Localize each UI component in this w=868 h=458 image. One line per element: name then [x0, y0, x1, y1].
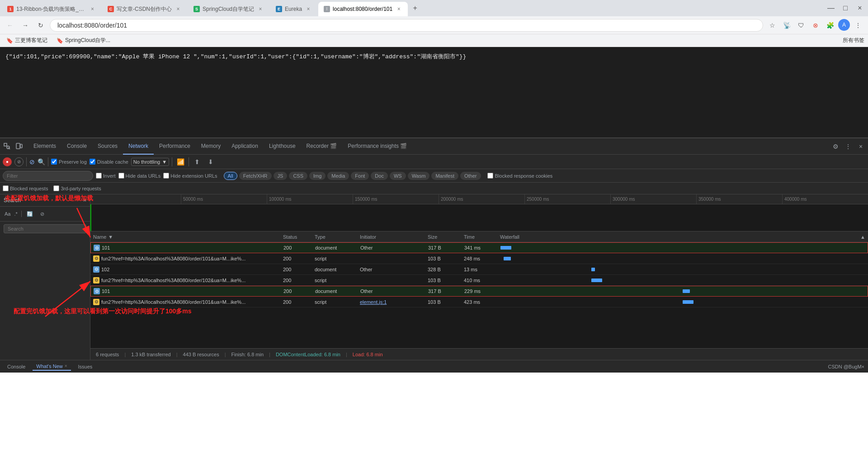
- blocked-response-cookies-checkbox[interactable]: Blocked response cookies: [487, 173, 553, 179]
- tab-3-close[interactable]: ×: [257, 5, 264, 13]
- devtools-device-icon[interactable]: [14, 141, 24, 152]
- filter-tag-doc[interactable]: Doc: [371, 172, 388, 180]
- search-close-icon[interactable]: ×: [83, 197, 86, 203]
- wifi-icon[interactable]: 📶: [175, 156, 186, 167]
- filter-tag-manifest[interactable]: Manifest: [431, 172, 458, 180]
- filter-tag-wasm[interactable]: Wasm: [408, 172, 430, 180]
- tab-5[interactable]: l localhost:8080/order/101 ×: [318, 2, 408, 16]
- devtools-tab-application[interactable]: Application: [226, 138, 264, 155]
- bottom-tab-console[interactable]: Console: [4, 363, 29, 370]
- regex-button[interactable]: .*: [13, 210, 18, 217]
- devtools-close-icon[interactable]: ×: [855, 141, 866, 152]
- url-bar[interactable]: [50, 19, 763, 32]
- tab-2-close[interactable]: ×: [175, 5, 182, 13]
- minimize-button[interactable]: —: [825, 2, 837, 14]
- bottom-tab-issues[interactable]: Issues: [75, 363, 96, 370]
- devtools-tab-console[interactable]: Console: [61, 138, 92, 155]
- filter-tag-all[interactable]: All: [224, 172, 237, 180]
- devtools-tab-performance[interactable]: Performance: [154, 138, 196, 155]
- tab-5-close[interactable]: ×: [395, 5, 402, 13]
- filter-icon[interactable]: ⊘: [29, 158, 35, 165]
- filter-tag-other[interactable]: Other: [460, 172, 481, 180]
- devtools-settings-icon[interactable]: ⚙: [830, 141, 841, 152]
- menu-button[interactable]: ⋮: [852, 19, 864, 32]
- hide-extension-urls-checkbox[interactable]: Hide extension URLs: [163, 173, 217, 179]
- timeline-mark-6: 300000 ms: [610, 194, 696, 204]
- back-button[interactable]: ←: [4, 19, 16, 32]
- tab-1[interactable]: 1 13-Ribbon-负载均衡策略_哔哩... ×: [2, 2, 101, 16]
- filter-input[interactable]: [3, 171, 93, 181]
- header-status[interactable]: Status: [283, 234, 315, 240]
- search-network-icon[interactable]: 🔍: [38, 158, 45, 165]
- clear-button[interactable]: ⊘: [14, 157, 24, 166]
- tab-2[interactable]: C 写文章-CSDN创作中心 ×: [102, 2, 187, 16]
- refresh-button[interactable]: ↻: [34, 19, 47, 32]
- table-row[interactable]: ⚙ 102 200 document Other 328 B 13 ms: [90, 264, 868, 275]
- header-size[interactable]: Size: [428, 234, 464, 240]
- header-initiator[interactable]: Initiator: [360, 234, 428, 240]
- blocked-requests-checkbox[interactable]: Blocked requests: [3, 185, 48, 191]
- url-input[interactable]: [57, 22, 755, 29]
- hide-data-urls-checkbox[interactable]: Hide data URLs: [118, 173, 161, 179]
- maximize-button[interactable]: □: [839, 2, 852, 14]
- table-row[interactable]: ⚙ 101 200 document Other 317 B 229 ms: [90, 286, 868, 297]
- bookmark-1[interactable]: 🔖 三更博客笔记: [4, 36, 50, 45]
- header-name[interactable]: Name ▼: [93, 234, 283, 240]
- table-row[interactable]: ⚙ fun2?href=http%3A//localhost%3A8080/or…: [90, 253, 868, 264]
- preserve-log-checkbox[interactable]: Preserve log: [51, 159, 87, 165]
- case-sensitive-button[interactable]: Aa: [4, 210, 11, 217]
- filter-tag-img[interactable]: Img: [309, 172, 326, 180]
- search-refresh-icon[interactable]: 🔄: [24, 208, 35, 219]
- devtools-tab-memory[interactable]: Memory: [196, 138, 226, 155]
- adblocker-icon[interactable]: ⊗: [809, 19, 822, 32]
- devtools-inspect-icon[interactable]: [2, 141, 13, 152]
- devtools-tab-network[interactable]: Network: [123, 138, 154, 155]
- devtools-tab-sources[interactable]: Sources: [92, 138, 123, 155]
- cast-icon[interactable]: 📡: [780, 19, 793, 32]
- shield-icon[interactable]: 🛡: [795, 19, 807, 32]
- disable-cache-checkbox[interactable]: Disable cache: [90, 159, 128, 165]
- filter-tag-media[interactable]: Media: [327, 172, 349, 180]
- devtools-tab-recorder[interactable]: Recorder 🎬: [301, 138, 343, 155]
- row-6-time: 423 ms: [464, 299, 500, 305]
- table-row[interactable]: ⚙ fun2?href=http%3A//localhost%3A8080/or…: [90, 275, 868, 286]
- tab-3[interactable]: S SpringCloud自学笔记 ×: [188, 2, 269, 16]
- record-button[interactable]: ●: [3, 157, 12, 166]
- devtools-tab-performance-insights[interactable]: Performance insights 🎬: [342, 138, 412, 155]
- header-type[interactable]: Type: [315, 234, 360, 240]
- tab-4-close[interactable]: ×: [305, 5, 312, 13]
- header-time[interactable]: Time: [464, 234, 500, 240]
- table-row[interactable]: ⚙ 101 200 document Other 317 B 341 ms: [90, 242, 868, 253]
- devtools-more-icon[interactable]: ⋮: [843, 141, 854, 152]
- filter-tag-font[interactable]: Font: [351, 172, 369, 180]
- close-window-button[interactable]: ×: [854, 2, 866, 14]
- table-row[interactable]: ⚙ fun2?href=http%3A//localhost%3A8080/or…: [90, 297, 868, 307]
- search-clear-icon[interactable]: ⊘: [37, 208, 48, 219]
- extension-icon[interactable]: 🧩: [824, 19, 836, 32]
- devtools-tab-lighthouse[interactable]: Lighthouse: [264, 138, 301, 155]
- bookmark-star-icon[interactable]: ☆: [766, 19, 778, 32]
- profile-icon[interactable]: A: [838, 19, 850, 31]
- bottom-tab-whats-new-close[interactable]: ×: [65, 364, 67, 368]
- filter-tag-js[interactable]: JS: [274, 172, 288, 180]
- filter-tag-ws[interactable]: WS: [390, 172, 406, 180]
- bottom-tab-whats-new[interactable]: What's New ×: [33, 363, 71, 371]
- export-icon[interactable]: ⬇: [205, 156, 216, 167]
- tab-4[interactable]: E Eureka ×: [270, 2, 317, 16]
- new-tab-button[interactable]: +: [409, 2, 421, 14]
- throttle-select[interactable]: No throttling ▼: [131, 158, 169, 166]
- filter-tag-css[interactable]: CSS: [289, 172, 307, 180]
- devtools-tab-elements[interactable]: Elements: [28, 138, 61, 155]
- filter-tag-fetch-xhr[interactable]: Fetch/XHR: [239, 172, 272, 180]
- third-party-checkbox[interactable]: 3rd-party requests: [53, 185, 101, 191]
- devtools-panel: Elements Console Sources Network Perform…: [0, 137, 868, 373]
- search-input[interactable]: [4, 224, 86, 233]
- header-waterfall[interactable]: Waterfall ▲: [500, 234, 865, 240]
- bookmark-2[interactable]: 🔖 SpringCloud自学...: [54, 36, 113, 45]
- invert-checkbox[interactable]: Invert: [96, 173, 116, 179]
- import-icon[interactable]: ⬆: [192, 156, 203, 167]
- tab-1-close[interactable]: ×: [89, 5, 96, 13]
- all-bookmarks[interactable]: 所有书签: [843, 37, 864, 44]
- forward-button[interactable]: →: [19, 19, 32, 32]
- row-6-initiator: element.js:1: [360, 299, 428, 305]
